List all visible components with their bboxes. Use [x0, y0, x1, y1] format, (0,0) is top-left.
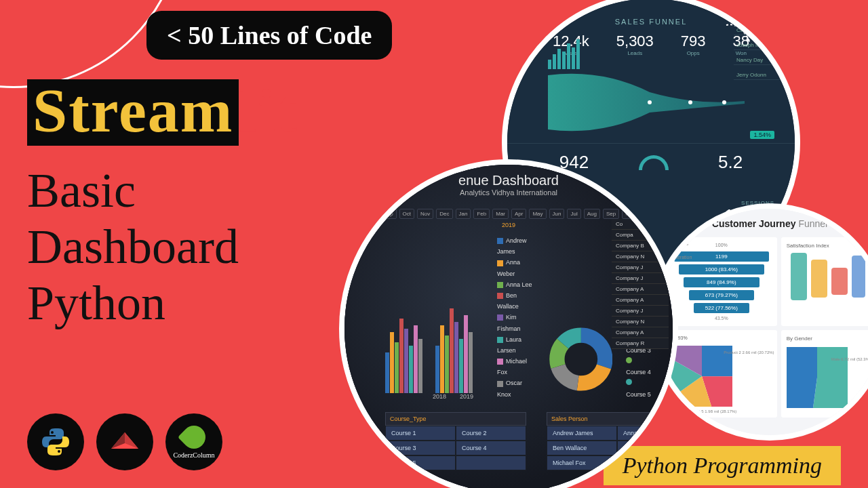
funnel-bar: 522 (77.56%): [694, 303, 749, 313]
svg-point-17: [567, 346, 594, 373]
subtitle-line: Basic: [27, 163, 239, 219]
title-part-a: Stream: [33, 76, 233, 145]
conversion-rate: 1.54%: [750, 131, 774, 139]
lower-right-value: 5.2: [718, 152, 743, 173]
funnel-card: areness sideration 100% 11991000 (83.4%)…: [666, 237, 777, 326]
people-legend: Andrew JamesAnna WeberAnna LeeBen Wallac…: [497, 235, 536, 400]
course-type-table: Course_Type Course 1Course 2Course 3Cour…: [385, 412, 526, 470]
hubspot-icon: ✺: [755, 5, 768, 23]
coderz-label: CoderzColumn: [173, 451, 214, 459]
funnel-bar: 849 (84.9%): [684, 277, 760, 287]
gender-pie-icon: [787, 347, 848, 408]
month-row: SepOctNovDecJanFebMarAprMayJunJulAugSepO…: [344, 209, 673, 219]
title-part-b: lit: [239, 76, 298, 145]
gender-pie-card: By Gender Male 6.72 mil (52.3%): [781, 330, 868, 418]
svg-point-8: [679, 353, 725, 399]
svg-point-2: [722, 100, 726, 104]
coderzcolumn-logo-icon: CoderzColumn: [165, 413, 222, 470]
footer-ribbon: Python Programming: [604, 446, 841, 485]
satisfaction-card: Satisfaction Index: [781, 237, 868, 326]
subtitle-line: Python: [27, 275, 239, 331]
side-list: Campaign Totals Joseph Mobile Nancy Day …: [734, 26, 788, 85]
panel-title: SALES FUNNEL: [507, 0, 795, 26]
dashboard-circle-revenue: enue Dashboard Analytics Vidhya Internat…: [339, 159, 678, 488]
python-logo-icon: [27, 413, 84, 470]
svg-point-1: [688, 100, 692, 104]
subtitle: Basic Dashboard Python: [27, 163, 239, 331]
lines-of-code-badge: < 50 Lines of Code: [146, 11, 392, 60]
donut-chart-icon: [549, 319, 613, 400]
product-pie-card: 42.93% Product 2 2.66 mil (20.72%) Produ…: [666, 330, 777, 418]
streamlit-logo-icon: [96, 413, 153, 470]
logo-row: CoderzColumn: [27, 413, 222, 470]
funnel-bar: 1000 (83.4%): [679, 264, 764, 274]
grouped-bar-chart: [385, 298, 484, 393]
funnel-bar: 673 (79.27%): [689, 290, 754, 300]
svg-point-0: [648, 100, 652, 104]
gauge-icon: [639, 155, 669, 170]
svg-point-10: [794, 354, 840, 401]
product-pie-icon: [671, 346, 732, 407]
main-title: Streamlit: [27, 75, 298, 146]
subtitle-line: Dashboard: [27, 219, 239, 275]
